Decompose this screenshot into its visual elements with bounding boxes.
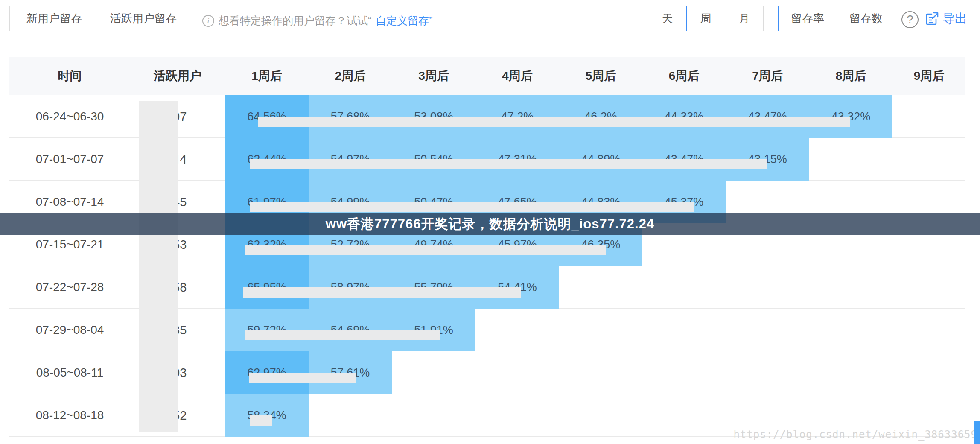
table-header-cell: 2周后 [309,57,392,95]
date-cell: 08-05~08-11 [9,351,130,394]
retention-cell [892,309,965,351]
retention-cell [726,309,809,351]
active-users-placeholder-bar [139,101,178,432]
placeholder-bar [245,245,606,255]
retention-cell [809,351,892,394]
info-hint: i 想看特定操作的用户留存？试试“自定义留存” [202,0,433,41]
retention-cell [809,309,892,351]
date-cell: 07-01~07-07 [9,138,130,181]
retention-cell [892,266,965,309]
table-header-cell: 6周后 [642,57,726,95]
retention-analysis-page: 新用户留存活跃用户留存 i 想看特定操作的用户留存？试试“自定义留存” 天周月 … [0,0,980,444]
retention-cell [475,351,559,394]
retention-cell [642,309,726,351]
table-header-cell: 7周后 [726,57,809,95]
retention-cell [726,266,809,309]
retention-cell [809,138,892,181]
overlay-banner-text: ww香港777766开奖记录，数据分析说明_ios77.72.24 [326,215,654,233]
retention-tab-1[interactable]: 新用户留存 [9,6,99,31]
retention-cell [559,394,642,437]
period-button-1[interactable]: 天 [648,6,687,31]
table-header-cell: 3周后 [392,57,475,95]
retention-tab-2[interactable]: 活跃用户留存 [99,6,188,31]
metric-toggle-group: 留存率留存数 [778,6,895,31]
period-button-3[interactable]: 月 [725,6,764,31]
export-icon [925,12,939,26]
retention-cell [559,309,642,351]
retention-cell [392,351,475,394]
table-header-cell: 活跃用户 [130,57,225,95]
retention-cell [475,309,559,351]
placeholder-bar [245,330,440,340]
table-header-cell: 1周后 [225,57,309,95]
placeholder-bar [250,202,694,212]
metric-button-1[interactable]: 留存率 [778,6,837,31]
date-cell: 08-12~08-18 [9,394,130,437]
retention-cell [559,351,642,394]
placeholder-bar [250,415,272,426]
placeholder-bar [243,287,521,298]
custom-retention-link[interactable]: 自定义留存” [376,14,432,28]
table-header-cell: 4周后 [475,57,559,95]
help-icon[interactable]: ? [901,11,919,28]
overlay-banner: ww香港777766开奖记录，数据分析说明_ios77.72.24 [0,213,980,235]
placeholder-bar [250,159,767,169]
retention-cell [892,351,965,394]
table-header-cell: 8周后 [809,57,892,95]
placeholder-bar [258,117,850,127]
retention-cell [642,351,726,394]
date-cell: 07-29~08-04 [9,309,130,351]
export-label: 导出 [942,10,967,27]
toolbar: 新用户留存活跃用户留存 i 想看特定操作的用户留存？试试“自定义留存” 天周月 … [0,0,980,41]
retention-cell [642,394,726,437]
placeholder-bar [249,373,356,383]
retention-cell [809,266,892,309]
scrollbar-thumb[interactable] [974,421,980,444]
table-header-cell: 9周后 [892,57,965,95]
period-toggle-group: 天周月 [648,6,764,31]
retention-type-tabs: 新用户留存活跃用户留存 [9,6,188,31]
retention-cell [642,266,726,309]
date-cell: 06-24~06-30 [9,95,130,138]
date-cell: 07-22~07-28 [9,266,130,309]
table-header-cell: 时间 [9,57,130,95]
table-header-cell: 5周后 [559,57,642,95]
retention-cell [309,394,392,437]
cohort-table: 时间活跃用户1周后2周后3周后4周后5周后6周后7周后8周后9周后 06-24~… [9,57,965,438]
retention-cell [559,266,642,309]
retention-cell [892,95,965,138]
metric-button-2[interactable]: 留存数 [837,6,895,31]
info-text: 想看特定操作的用户留存？试试“ [219,14,371,28]
info-circle-icon: i [202,15,214,27]
retention-cell [892,138,965,181]
export-button[interactable]: 导出 [925,10,967,27]
retention-cell [475,394,559,437]
period-button-2[interactable]: 周 [686,6,725,31]
watermark: https://blog.csdn.net/weixin_38633659 [733,429,977,441]
retention-cell [392,394,475,437]
retention-cell [726,351,809,394]
table-header-row: 时间活跃用户1周后2周后3周后4周后5周后6周后7周后8周后9周后 [9,57,965,95]
